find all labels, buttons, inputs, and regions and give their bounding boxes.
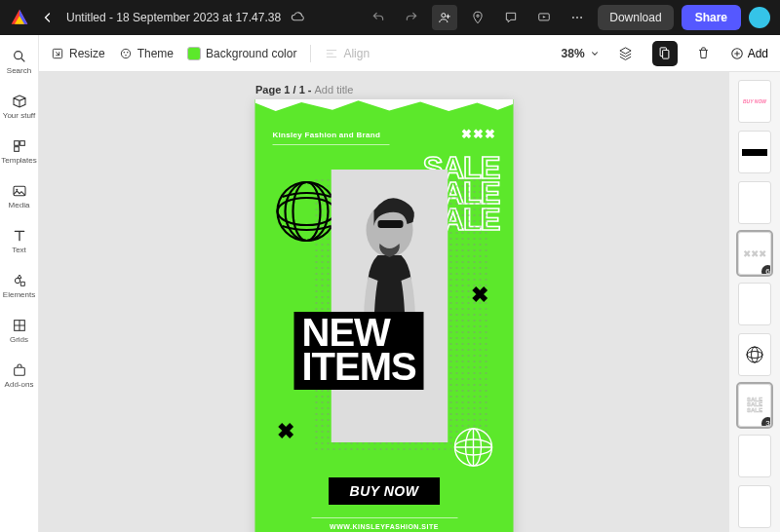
undo-icon [371, 11, 385, 24]
sidebar-label: Templates [1, 156, 36, 165]
present-icon [537, 11, 551, 24]
delete-button[interactable] [691, 41, 717, 66]
theme-button[interactable]: Theme [119, 47, 174, 60]
elements-icon [12, 273, 27, 288]
sidebar-label: Elements [3, 290, 35, 299]
page-indicator[interactable]: Page 1 / 1 - Add title [255, 84, 353, 95]
sidebar-label: Add-ons [5, 380, 34, 389]
sidebar-label: Grids [10, 335, 28, 344]
page-thumb-1[interactable]: BUY NOW [738, 80, 771, 123]
back-button[interactable] [37, 7, 58, 28]
svg-point-33 [752, 347, 759, 362]
toolbar-label: Theme [137, 47, 174, 60]
align-icon [325, 47, 338, 60]
sidebar-media[interactable]: Media [0, 175, 39, 216]
sidebar-templates[interactable]: Templates [0, 131, 39, 171]
sidebar-label: Text [12, 246, 26, 254]
sidebar-your-stuff[interactable]: Your stuff [0, 86, 39, 127]
headline-box[interactable]: NEW ITEMS [294, 312, 424, 390]
svg-point-17 [125, 54, 127, 56]
thumb-content: BUY NOW [743, 98, 766, 104]
sidebar-search[interactable]: Search [0, 41, 39, 82]
sidebar-text[interactable]: Text [0, 220, 39, 261]
sidebar-addons[interactable]: Add-ons [0, 355, 39, 396]
svg-point-31 [747, 347, 762, 362]
undo-button[interactable] [366, 5, 391, 30]
location-button[interactable] [465, 5, 490, 30]
pages-panel-toggle[interactable] [652, 41, 678, 66]
zoom-value: 38% [562, 47, 585, 60]
model-photo[interactable] [332, 170, 448, 442]
thumb-badge: 6 [761, 265, 771, 275]
buy-now-button[interactable]: BUY NOW [329, 477, 441, 505]
collaborators-button[interactable] [432, 5, 457, 30]
resize-button[interactable]: Resize [51, 47, 105, 60]
document-title[interactable]: Untitled - 18 September 2023 at 17.47.38 [66, 11, 281, 24]
svg-point-1 [477, 15, 479, 17]
page-thumb-3[interactable] [738, 181, 771, 224]
trash-icon [696, 46, 711, 60]
thumb-content: ✖✖✖ [743, 248, 766, 259]
layers-icon [618, 46, 633, 60]
page-thumb-9[interactable] [738, 485, 771, 528]
more-button[interactable] [565, 5, 590, 30]
svg-point-14 [121, 49, 130, 57]
headline-items: ITEMS [302, 350, 416, 384]
download-button[interactable]: Download [598, 5, 673, 30]
chevron-left-icon [42, 12, 54, 23]
sidebar-label: Media [9, 201, 30, 209]
svg-point-23 [293, 182, 321, 241]
present-button[interactable] [531, 5, 557, 30]
svg-rect-7 [14, 140, 19, 145]
brand-text[interactable]: Kinsley Fashion and Brand [273, 131, 381, 139]
chevron-down-icon [590, 49, 600, 58]
layers-toggle[interactable] [613, 41, 639, 66]
comment-icon [504, 11, 518, 24]
url-text[interactable]: WWW.KINSLEYFASHION.SITE [255, 523, 514, 530]
page-thumb-5[interactable] [738, 283, 771, 325]
page-thumb-6[interactable] [738, 333, 771, 376]
bg-color-button[interactable]: Background color [187, 47, 296, 60]
redo-button[interactable] [399, 5, 424, 30]
svg-point-0 [442, 14, 446, 18]
xxx-decoration[interactable]: ✖✖✖ [461, 127, 496, 141]
toolbar-label: Background color [206, 47, 296, 60]
zoom-control[interactable]: 38% [562, 47, 600, 60]
sidebar-elements[interactable]: Elements [0, 265, 39, 306]
page-thumb-8[interactable] [738, 435, 771, 477]
svg-point-4 [576, 17, 578, 19]
toolbar-label: Add [748, 47, 768, 60]
context-toolbar: Resize Theme Background color Align 38% … [39, 35, 780, 72]
add-page-button[interactable]: Add [730, 47, 768, 60]
top-bar: Untitled - 18 September 2023 at 17.47.38… [0, 0, 780, 35]
add-title-placeholder[interactable]: Add title [315, 84, 354, 95]
artboard[interactable]: Kinsley Fashion and Brand ✖✖✖ SALE SALE … [255, 99, 514, 532]
canvas[interactable]: Page 1 / 1 - Add title Kinsley Fashion a… [39, 72, 729, 532]
thumb-content: SALESALESALE [747, 398, 762, 413]
resize-icon [51, 47, 64, 60]
sidebar-grids[interactable]: Grids [0, 310, 39, 351]
x-mark-right[interactable]: ✖ [471, 283, 488, 308]
thumb-content [745, 345, 764, 364]
share-button[interactable]: Share [682, 5, 741, 30]
search-icon [12, 49, 27, 64]
svg-point-24 [286, 182, 329, 241]
dots-icon [570, 11, 584, 24]
templates-icon [12, 138, 27, 154]
user-avatar[interactable] [749, 7, 770, 28]
page-thumb-7[interactable]: SALESALESALE3 [738, 384, 771, 427]
page-number: Page 1 / 1 - [255, 84, 315, 95]
comments-button[interactable] [498, 5, 524, 30]
page-thumb-2[interactable] [738, 131, 771, 173]
toolbar-label: Resize [69, 47, 105, 60]
svg-rect-8 [20, 140, 24, 145]
buy-now-label: BUY NOW [350, 483, 419, 499]
globe-outline-icon[interactable] [453, 427, 494, 468]
svg-point-6 [14, 51, 21, 58]
torn-edge-top [255, 99, 514, 111]
app-logo-icon [10, 8, 29, 27]
page-thumb-4[interactable]: ✖✖✖6 [738, 232, 771, 275]
cloud-sync-icon[interactable] [291, 10, 306, 25]
left-sidebar: Search Your stuff Templates Media Text E… [0, 35, 39, 532]
x-mark-left[interactable]: ✖ [277, 419, 294, 444]
